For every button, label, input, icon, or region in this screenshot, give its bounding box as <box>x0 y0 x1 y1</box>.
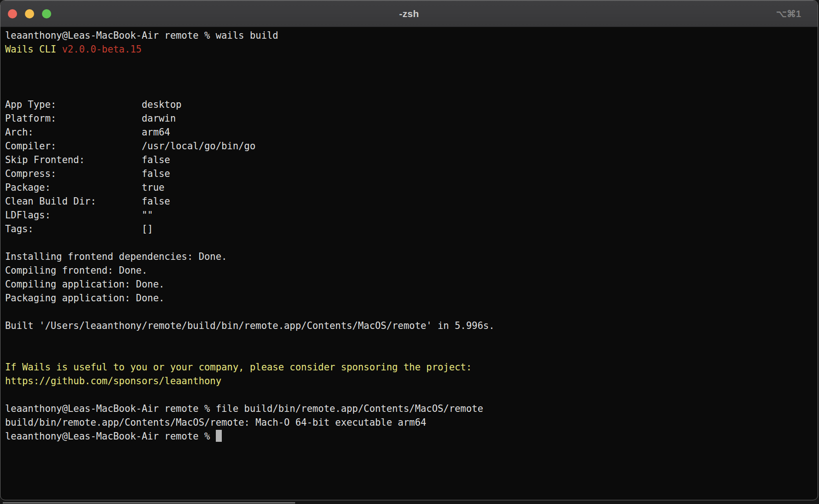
terminal-line: Compiler: /usr/local/go/bin/go <box>5 139 818 153</box>
terminal-line: Skip Frontend: false <box>5 153 818 167</box>
terminal-line: Compiling application: Done. <box>5 277 818 291</box>
cursor <box>216 430 222 442</box>
zoom-button[interactable] <box>42 9 51 18</box>
terminal-line: Packaging application: Done. <box>5 291 818 305</box>
terminal-line: Clean Build Dir: false <box>5 194 818 208</box>
minimize-button[interactable] <box>25 9 34 18</box>
terminal-line: Arch: arm64 <box>5 125 818 139</box>
terminal-line: Package: true <box>5 181 818 194</box>
window-title: -zsh <box>0 8 818 19</box>
terminal-line: Installing frontend dependencies: Done. <box>5 250 818 264</box>
terminal-line: leaanthony@Leas-MacBook-Air remote % wai… <box>5 29 818 42</box>
terminal-line: Platform: darwin <box>5 111 818 125</box>
terminal-line: Compress: false <box>5 167 818 181</box>
terminal-line: https://github.com/sponsors/leaanthony <box>5 374 818 388</box>
terminal-line: build/bin/remote.app/Contents/MacOS/remo… <box>5 416 818 429</box>
terminal-line: Tags: [] <box>5 222 818 236</box>
behind-window-edge <box>3 502 295 504</box>
terminal-output[interactable]: leaanthony@Leas-MacBook-Air remote % wai… <box>0 27 818 443</box>
terminal-line: Wails CLI v2.0.0-beta.15 <box>5 42 818 56</box>
terminal-line <box>5 56 818 70</box>
terminal-line: leaanthony@Leas-MacBook-Air remote % <box>5 429 818 443</box>
terminal-line: Compiling frontend: Done. <box>5 264 818 277</box>
terminal-line: Built '/Users/leaanthony/remote/build/bi… <box>5 319 818 333</box>
terminal-line: leaanthony@Leas-MacBook-Air remote % fil… <box>5 402 818 416</box>
close-button[interactable] <box>8 9 17 18</box>
terminal-line <box>5 84 818 98</box>
terminal-line <box>5 70 818 84</box>
titlebar[interactable]: -zsh ⌥⌘1 <box>0 0 818 27</box>
terminal-line <box>5 236 818 250</box>
terminal-window: -zsh ⌥⌘1 leaanthony@Leas-MacBook-Air rem… <box>0 0 818 500</box>
terminal-line <box>5 346 818 360</box>
terminal-line <box>5 305 818 319</box>
window-shortcut-hint: ⌥⌘1 <box>776 8 801 19</box>
terminal-line: If Wails is useful to you or your compan… <box>5 360 818 374</box>
terminal-line: LDFlags: "" <box>5 208 818 222</box>
terminal-line <box>5 333 818 346</box>
terminal-line <box>5 388 818 402</box>
terminal-line: App Type: desktop <box>5 98 818 111</box>
traffic-lights <box>0 9 51 18</box>
